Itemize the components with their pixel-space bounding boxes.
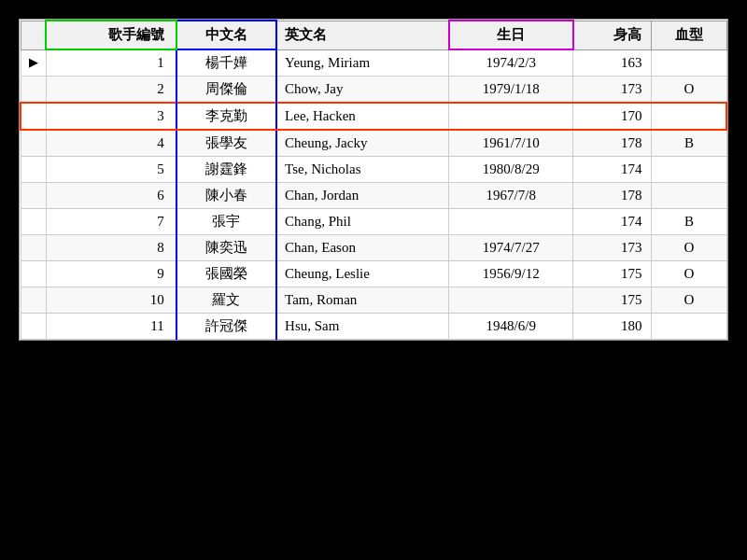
- row-indicator: [21, 130, 46, 157]
- row-id: 6: [46, 183, 176, 209]
- row-id: 5: [46, 157, 176, 183]
- table-row[interactable]: 9張國榮Cheung, Leslie1956/9/12175O: [21, 261, 726, 287]
- row-en-name: Yeung, Miriam: [276, 49, 449, 77]
- row-height: 178: [573, 183, 652, 209]
- row-blood: O: [652, 77, 726, 104]
- row-blood: B: [652, 130, 726, 157]
- row-en-name: Lee, Hacken: [276, 103, 449, 130]
- table-row[interactable]: 5謝霆鋒Tse, Nicholas1980/8/29174: [21, 157, 726, 183]
- row-id: 9: [46, 261, 176, 287]
- th-en-name[interactable]: 英文名: [276, 21, 449, 49]
- row-en-name: Tam, Roman: [276, 287, 449, 314]
- row-id: 1: [46, 49, 176, 77]
- row-height: 170: [573, 103, 652, 130]
- th-blood[interactable]: 血型: [652, 21, 726, 49]
- table-body: ▶1楊千嬅Yeung, Miriam1974/2/31632周傑倫Chow, J…: [21, 49, 726, 340]
- row-en-name: Cheung, Jacky: [276, 130, 449, 157]
- row-blood: B: [652, 209, 726, 235]
- row-blood: O: [652, 235, 726, 261]
- row-blood: [652, 183, 726, 209]
- row-indicator: [21, 103, 46, 130]
- row-en-name: Tse, Nicholas: [276, 157, 449, 183]
- row-cn-name: 楊千嬅: [176, 49, 276, 77]
- row-indicator: ▶: [21, 49, 46, 77]
- table-row[interactable]: 11許冠傑Hsu, Sam1948/6/9180: [21, 314, 726, 340]
- row-height: 178: [573, 130, 652, 157]
- row-birthday: 1948/6/9: [449, 314, 573, 340]
- row-height: 180: [573, 314, 652, 340]
- row-blood: O: [652, 287, 726, 314]
- row-height: 174: [573, 157, 652, 183]
- row-indicator: [21, 183, 46, 209]
- row-id: 2: [46, 77, 176, 104]
- table-row[interactable]: 4張學友Cheung, Jacky1961/7/10178B: [21, 130, 726, 157]
- table-row[interactable]: ▶1楊千嬅Yeung, Miriam1974/2/3163: [21, 49, 726, 77]
- row-id: 8: [46, 235, 176, 261]
- row-birthday: 1956/9/12: [449, 261, 573, 287]
- row-birthday: 1974/2/3: [449, 49, 573, 77]
- row-height: 173: [573, 77, 652, 104]
- row-blood: [652, 49, 726, 77]
- row-cn-name: 陳奕迅: [176, 235, 276, 261]
- row-en-name: Chan, Jordan: [276, 183, 449, 209]
- row-cn-name: 羅文: [176, 287, 276, 314]
- row-cn-name: 張學友: [176, 130, 276, 157]
- main-table-wrapper: 歌手編號 中文名 英文名 生日 身高 血型 ▶1楊千嬅Yeung, Miriam…: [19, 19, 728, 341]
- row-indicator: [21, 157, 46, 183]
- row-id: 3: [46, 103, 176, 130]
- row-en-name: Hsu, Sam: [276, 314, 449, 340]
- row-blood: O: [652, 261, 726, 287]
- row-birthday: [449, 103, 573, 130]
- th-birthday[interactable]: 生日: [449, 21, 573, 49]
- th-cn-name[interactable]: 中文名: [176, 21, 276, 49]
- row-indicator: [21, 314, 46, 340]
- row-birthday: 1979/1/18: [449, 77, 573, 104]
- row-indicator: [21, 261, 46, 287]
- row-cn-name: 李克勤: [176, 103, 276, 130]
- row-id: 4: [46, 130, 176, 157]
- table-row[interactable]: 6陳小春Chan, Jordan1967/7/8178: [21, 183, 726, 209]
- row-cn-name: 陳小春: [176, 183, 276, 209]
- row-cn-name: 周傑倫: [176, 77, 276, 104]
- row-en-name: Cheung, Leslie: [276, 261, 449, 287]
- row-indicator: [21, 209, 46, 235]
- header-row: 歌手編號 中文名 英文名 生日 身高 血型: [21, 21, 726, 49]
- th-height[interactable]: 身高: [573, 21, 652, 49]
- data-table: 歌手編號 中文名 英文名 生日 身高 血型 ▶1楊千嬅Yeung, Miriam…: [20, 20, 727, 340]
- row-birthday: 1961/7/10: [449, 130, 573, 157]
- row-cn-name: 張宇: [176, 209, 276, 235]
- table-row[interactable]: 10羅文Tam, Roman175O: [21, 287, 726, 314]
- row-en-name: Chow, Jay: [276, 77, 449, 104]
- row-height: 163: [573, 49, 652, 77]
- th-indicator: [21, 21, 46, 49]
- row-birthday: 1967/7/8: [449, 183, 573, 209]
- table-row[interactable]: 8陳奕迅Chan, Eason1974/7/27173O: [21, 235, 726, 261]
- row-indicator: [21, 235, 46, 261]
- row-height: 174: [573, 209, 652, 235]
- table-row[interactable]: 7張宇Chang, Phil174B: [21, 209, 726, 235]
- row-blood: [652, 103, 726, 130]
- row-birthday: [449, 287, 573, 314]
- row-height: 175: [573, 261, 652, 287]
- row-id: 10: [46, 287, 176, 314]
- row-en-name: Chang, Phil: [276, 209, 449, 235]
- row-cn-name: 謝霆鋒: [176, 157, 276, 183]
- row-indicator: [21, 287, 46, 314]
- table-row[interactable]: 3李克勤Lee, Hacken170: [21, 103, 726, 130]
- row-blood: [652, 157, 726, 183]
- row-birthday: 1974/7/27: [449, 235, 573, 261]
- table-row[interactable]: 2周傑倫Chow, Jay1979/1/18173O: [21, 77, 726, 104]
- row-height: 173: [573, 235, 652, 261]
- row-birthday: 1980/8/29: [449, 157, 573, 183]
- row-blood: [652, 314, 726, 340]
- row-cn-name: 張國榮: [176, 261, 276, 287]
- row-birthday: [449, 209, 573, 235]
- row-en-name: Chan, Eason: [276, 235, 449, 261]
- row-height: 175: [573, 287, 652, 314]
- th-id[interactable]: 歌手編號: [46, 21, 176, 49]
- row-id: 7: [46, 209, 176, 235]
- row-id: 11: [46, 314, 176, 340]
- row-indicator: [21, 77, 46, 104]
- row-cn-name: 許冠傑: [176, 314, 276, 340]
